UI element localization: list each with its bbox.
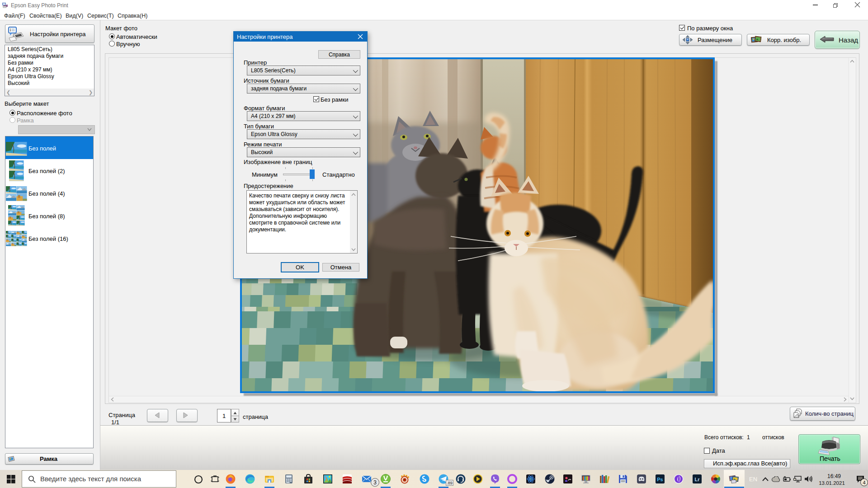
svg-text:Lr: Lr [695,477,700,482]
svg-text:Ps: Ps [657,477,663,482]
